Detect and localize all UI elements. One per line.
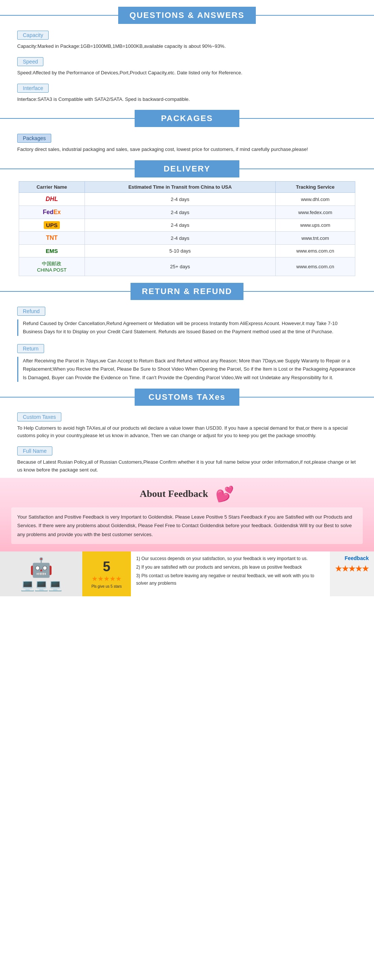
customs-title: CUSTOMs TAXes (135, 388, 239, 406)
feedback-title-row: About Feedback 💕 (11, 485, 363, 503)
refund-label: Refund (17, 307, 45, 316)
capacity-label: Capacity (17, 31, 49, 40)
carrier-url-dhl: www.dhl.com (275, 193, 355, 206)
header-line-left (0, 15, 118, 16)
carrier-time-dhl: 2-4 days (85, 193, 275, 206)
table-row: 中国邮政CHINA POST 25+ days www.ems.com.cn (19, 258, 355, 276)
packages-header: PACKAGES (0, 110, 374, 127)
delivery-line-left (0, 169, 135, 169)
full-name-text: Because of Latest Rusian Policy,all of R… (17, 458, 357, 474)
custom-taxes-text: To Help Cutomers to avoid high TAXes,al … (17, 425, 357, 440)
table-row: EMS 5-10 days www.ems.com.cn (19, 245, 355, 258)
customs-line-left (0, 397, 135, 398)
hearts-icon: 💕 (216, 485, 234, 503)
table-row: TNT 2-4 days www.tnt.com (19, 232, 355, 245)
delivery-line-right (239, 169, 374, 169)
table-row: UPS 2-4 days www.ups.com (19, 219, 355, 232)
carrier-logo-dhl: DHL (19, 193, 85, 206)
packages-line-right (239, 118, 374, 119)
feedback-title: About Feedback (140, 488, 208, 500)
page-wrapper: QUESTIONS & ANSWERS Capacity Capacity:Ma… (0, 7, 374, 596)
speed-text: Speed:Affected by the Performance of Dev… (17, 69, 357, 77)
feedback-star-box: 5 ★★★★★ Pls give us 5 stars (82, 552, 131, 596)
bottom-feedback-bar: 🤖 💻💻💻 5 ★★★★★ Pls give us 5 stars 1) Our… (0, 552, 374, 596)
qa-header: QUESTIONS & ANSWERS (0, 7, 374, 24)
carrier-time-ems: 5-10 days (85, 245, 275, 258)
feedback-section: About Feedback 💕 Your Satisfaction and P… (0, 478, 374, 552)
refund-text: Refund Caused by Order Cancellation,Refu… (17, 320, 357, 336)
carrier-url-chinapost: www.ems.com.cn (275, 258, 355, 276)
star-row: ★★★★★ (92, 574, 121, 583)
qa-title: QUESTIONS & ANSWERS (118, 7, 256, 24)
interface-text: Interface:SATA3 is Compatible with SATA2… (17, 95, 357, 103)
refund-header: RETURN & REFUND (0, 283, 374, 300)
carrier-url-tnt: www.tnt.com (275, 232, 355, 245)
refund-line-left (0, 291, 131, 292)
carrier-logo-ups: UPS (19, 219, 85, 232)
table-row: DHL 2-4 days www.dhl.com (19, 193, 355, 206)
feedback-bottom-text-2: 2) If you are satisfied with our product… (136, 564, 324, 571)
carrier-url-ems: www.ems.com.cn (275, 245, 355, 258)
table-row: FedEx 2-4 days www.fedex.com (19, 206, 355, 219)
col-tracking: Tracking Service (275, 181, 355, 193)
carrier-logo-ems: EMS (19, 245, 85, 258)
interface-label: Interface (17, 84, 49, 93)
capacity-text: Capacity:Marked in Package:1GB=1000MB,1M… (17, 43, 357, 51)
carrier-time-ups: 2-4 days (85, 219, 275, 232)
feedback-right-text: 1) Our success depends on your satisfact… (131, 552, 330, 596)
star-number: 5 (103, 559, 110, 574)
packages-label: Packages (17, 134, 51, 143)
custom-taxes-label: Custom Taxes (17, 412, 61, 422)
customs-line-right (239, 397, 374, 398)
carrier-logo-chinapost: 中国邮政CHINA POST (19, 258, 85, 276)
robot-image: 🤖 💻💻💻 (0, 552, 82, 596)
delivery-title: DELIVERY (135, 160, 239, 177)
feedback-bottom-text-3: 3) Pls contact us before leaving any neg… (136, 573, 324, 587)
carrier-url-ups: www.ups.com (275, 219, 355, 232)
refund-title: RETURN & REFUND (131, 283, 243, 300)
header-line-right (256, 15, 374, 16)
star-label: Pls give us 5 stars (91, 584, 121, 589)
return-text: After Receiving the Parcel in 7days,we C… (17, 357, 357, 382)
carrier-logo-fedex: FedEx (19, 206, 85, 219)
col-carrier: Carrier Name (19, 181, 85, 193)
packages-text: Factory direct sales, industrial packagi… (17, 146, 357, 154)
feedback-bottom-text-1: 1) Our success depends on your satisfact… (136, 555, 324, 562)
carrier-time-tnt: 2-4 days (85, 232, 275, 245)
carrier-url-fedex: www.fedex.com (275, 206, 355, 219)
col-time: Estimated Time in Transit from China to … (85, 181, 275, 193)
carrier-logo-tnt: TNT (19, 232, 85, 245)
feedback-body-text: Your Satisfaction and Positive Feedback … (11, 508, 363, 544)
feedback-link-text[interactable]: Feedback (335, 555, 369, 561)
delivery-table: Carrier Name Estimated Time in Transit f… (19, 181, 355, 276)
carrier-time-fedex: 2-4 days (85, 206, 275, 219)
return-label: Return (17, 344, 44, 353)
customs-header: CUSTOMs TAXes (0, 388, 374, 406)
full-name-label: Full Name (17, 447, 52, 455)
carrier-time-chinapost: 25+ days (85, 258, 275, 276)
speed-label: Speed (17, 57, 43, 66)
packages-line-left (0, 118, 135, 119)
packages-title: PACKAGES (135, 110, 239, 127)
delivery-header: DELIVERY (0, 160, 374, 177)
refund-line-right (243, 291, 374, 292)
feedback-link[interactable]: Feedback ★★★★★ (330, 552, 374, 596)
